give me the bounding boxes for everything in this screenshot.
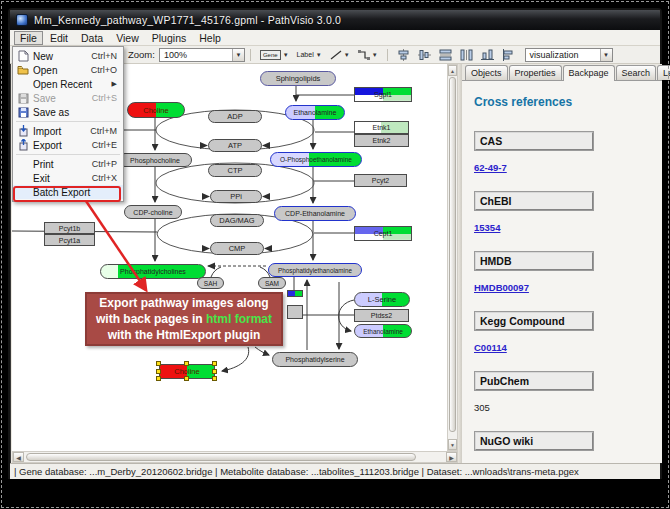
node-etnk2[interactable]: Etnk2	[354, 134, 409, 147]
file-menu-item-exit[interactable]: ExitCtrl+X	[13, 171, 123, 185]
node-atp[interactable]: ATP	[208, 139, 262, 152]
chevron-down-icon[interactable]: ▼	[232, 49, 244, 61]
node-cdp-ethanolamine[interactable]: CDP-Ethanolamine	[274, 206, 356, 221]
node-ppi[interactable]: PPi	[210, 190, 262, 203]
align-center-vertical-button[interactable]	[393, 47, 414, 63]
node-choline-top[interactable]: Choline	[127, 102, 185, 118]
tab-properties[interactable]: Properties	[509, 65, 562, 80]
selection-handle[interactable]	[156, 369, 161, 374]
node-label: L-Serine	[368, 295, 396, 304]
section-value[interactable]: HMDB00097	[474, 282, 529, 293]
align-bottom-button[interactable]	[477, 47, 498, 63]
chevron-down-icon[interactable]: ▼	[372, 52, 378, 58]
node-pcyt1b[interactable]: Pcyt1b	[44, 222, 95, 234]
title-bar[interactable]: Mm_Kennedy_pathway_WP1771_45176.gpml - P…	[10, 10, 660, 30]
distribute-vertical-button[interactable]	[435, 47, 456, 63]
file-menu-item-open[interactable]: OpenCtrl+O	[13, 63, 123, 77]
file-menu-item-export[interactable]: ExportCtrl+E	[13, 138, 123, 152]
menu-edit[interactable]: Edit	[44, 31, 74, 45]
align-left-button[interactable]	[498, 47, 519, 63]
vertical-scroll-thumb[interactable]	[449, 77, 456, 432]
tab-backpage[interactable]: Backpage	[563, 65, 615, 81]
node-etnk1[interactable]: Etnk1	[354, 121, 409, 134]
visualization-value: visualization	[526, 50, 600, 60]
zoom-label: Zoom:	[128, 49, 155, 60]
file-menu-item-save[interactable]: SaveCtrl+S	[13, 91, 123, 105]
align-center-horizontal-button[interactable]	[414, 47, 435, 63]
canvas-horizontal-scrollbar[interactable]: ◀ ▶	[12, 451, 458, 463]
scroll-down-icon[interactable]: ▼	[448, 439, 457, 450]
section-value[interactable]: 15354	[474, 222, 500, 233]
node-cmp[interactable]: CMP	[210, 242, 264, 255]
node-ethanolamine-bottom[interactable]: Ethanolamine	[354, 324, 412, 338]
add-gene-button[interactable]: Gene ▼	[256, 48, 293, 62]
node-ethanolamine-top[interactable]: Ethanolamine	[285, 105, 345, 120]
align-center-vertical-icon	[397, 49, 410, 61]
selection-handle[interactable]	[212, 361, 217, 366]
file-menu-item-import[interactable]: ImportCtrl+M	[13, 124, 123, 138]
scroll-left-icon[interactable]: ◀	[13, 452, 24, 462]
tab-objects[interactable]: Objects	[465, 65, 508, 80]
file-menu-item-open-recent[interactable]: Open Recent▶	[13, 77, 123, 91]
distribute-horizontal-button[interactable]	[456, 47, 477, 63]
node-dag-mag[interactable]: DAG/MAG	[210, 214, 264, 227]
file-menu-item-new[interactable]: NewCtrl+N	[13, 49, 123, 63]
menu-item-shortcut: Ctrl+O	[91, 65, 117, 75]
connector-tool-button[interactable]: ▼	[354, 48, 382, 62]
node-phosphatidylethanolamine[interactable]: Phosphatidylethanolamine	[268, 263, 362, 277]
file-menu-item-save-as[interactable]: Save as	[13, 105, 123, 119]
chevron-down-icon[interactable]: ▼	[316, 52, 322, 58]
menu-item-label: Save	[30, 93, 92, 104]
scroll-right-icon[interactable]: ▶	[446, 452, 457, 462]
tab-search[interactable]: Search	[616, 65, 657, 80]
selection-handle[interactable]	[184, 361, 189, 366]
node-sam[interactable]: SAM	[258, 277, 286, 289]
node-sah[interactable]: SAH	[197, 277, 224, 289]
node-sgpl1[interactable]: Sgpl1	[354, 87, 412, 102]
node-pcyt1a[interactable]: Pcyt1a	[44, 234, 95, 246]
menu-item-label: Open Recent	[30, 79, 112, 90]
line-tool-button[interactable]: ▼	[326, 48, 354, 62]
node-cdp-choline[interactable]: CDP-choline	[124, 205, 182, 219]
selection-handle[interactable]	[212, 369, 217, 374]
section-value[interactable]: C00114	[474, 342, 507, 353]
chevron-down-icon[interactable]: ▼	[283, 52, 289, 58]
node-adp[interactable]: ADP	[208, 110, 262, 123]
node-ptdss2[interactable]: Ptdss2	[354, 309, 409, 322]
chevron-down-icon[interactable]: ▼	[600, 49, 612, 61]
node-pcyt2[interactable]: Pcyt2	[354, 174, 407, 187]
node-label: CTP	[228, 166, 243, 175]
scroll-up-icon[interactable]: ▲	[448, 65, 457, 76]
menu-help[interactable]: Help	[193, 31, 227, 45]
menu-view[interactable]: View	[110, 31, 145, 45]
selection-handle[interactable]	[212, 376, 217, 381]
menu-file[interactable]: File	[14, 31, 43, 45]
visualization-combobox[interactable]: visualization ▼	[525, 48, 613, 62]
add-label-button[interactable]: Label ▼	[293, 49, 326, 60]
menu-data[interactable]: Data	[75, 31, 109, 45]
chevron-down-icon[interactable]: ▼	[344, 52, 350, 58]
tab-legend[interactable]: Legend	[657, 65, 670, 80]
menu-item-shortcut: Ctrl+S	[92, 93, 117, 103]
node-pemt-partial[interactable]	[287, 305, 303, 319]
canvas-vertical-scrollbar[interactable]: ▲ ▼	[447, 64, 458, 451]
node-phosphatidylserine[interactable]: Phosphatidylserine	[272, 352, 358, 367]
selection-handle[interactable]	[156, 376, 161, 381]
selection-handle[interactable]	[156, 361, 161, 366]
menubar: FileEditDataViewPluginsHelp	[10, 30, 660, 46]
node-cept1[interactable]: Cept1	[354, 226, 412, 241]
section-value[interactable]: 62-49-7	[474, 162, 507, 173]
node-ctp[interactable]: CTP	[208, 164, 262, 177]
horizontal-scroll-thumb[interactable]	[26, 453, 416, 461]
node-sphingolipids[interactable]: Sphingolipids	[260, 71, 336, 86]
node-o-phosphoethanolamine[interactable]: O-Phosphoethanolamine	[270, 152, 362, 167]
node-pemt-partial-top[interactable]	[287, 290, 303, 297]
node-phosphatidylcholines[interactable]: Phosphatidylcholines	[100, 264, 206, 279]
node-l-serine[interactable]: L-Serine	[354, 292, 410, 307]
menu-plugins[interactable]: Plugins	[146, 31, 192, 45]
zoom-combobox[interactable]: 100% ▼	[159, 48, 245, 62]
selection-handle[interactable]	[184, 376, 189, 381]
file-menu-item-print[interactable]: PrintCtrl+P	[13, 157, 123, 171]
node-phosphocholine[interactable]: Phosphocholine	[118, 153, 192, 167]
import-icon	[16, 125, 30, 137]
